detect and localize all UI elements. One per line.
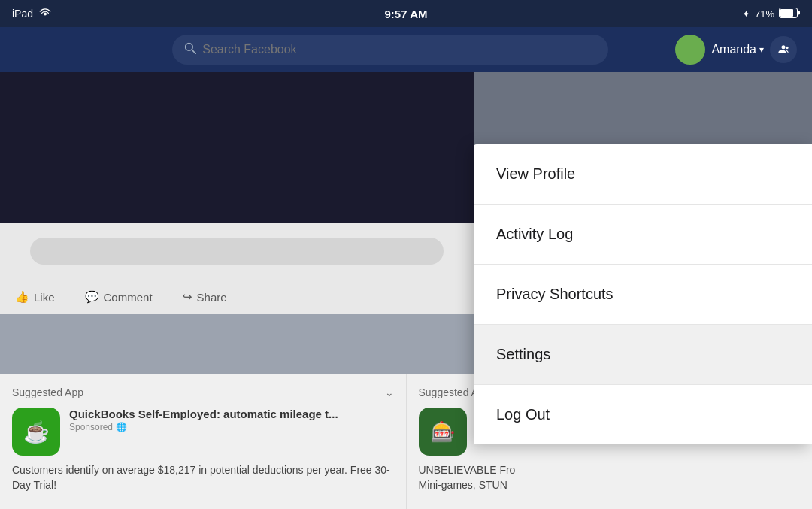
like-button[interactable]: 👍 Like [15,290,55,304]
comment-label: Comment [104,291,153,304]
wizard-desc: UNBELIEVABLE Fro Mini-games, STUN [419,463,801,492]
privacy-shortcuts-label: Privacy Shortcuts [496,286,614,303]
status-left: iPad [12,8,51,20]
quickbooks-sponsored: Sponsored 🌐 [69,422,394,432]
main-content: 👍 Like 💬 Comment ↪ Share Suggested App ⌄… [0,72,812,509]
comment-button[interactable]: 💬 Comment [85,290,153,304]
quickbooks-icon: ☕ [12,408,60,456]
collapse-icon-1[interactable]: ⌄ [385,386,394,398]
friends-icon[interactable] [770,36,797,63]
battery-icon [779,8,800,20]
nav-bar: Amanda ▾ [0,27,812,72]
suggested-header-1: Suggested App ⌄ [12,386,394,398]
quickbooks-title: QuickBooks Self-Employed: automatic mile… [69,408,394,420]
share-button[interactable]: ↪ Share [183,290,227,304]
post-actions: 👍 Like 💬 Comment ↪ Share [0,280,474,314]
chevron-down-icon: ▾ [759,44,764,55]
menu-item-view-profile[interactable]: View Profile [474,144,812,205]
avatar [675,35,705,65]
svg-line-3 [192,50,196,53]
suggested-label-1: Suggested App [12,386,83,398]
view-profile-label: View Profile [496,165,575,183]
settings-label: Settings [496,346,550,363]
comment-icon: 💬 [85,290,99,304]
like-label: Like [34,291,55,304]
menu-item-privacy-shortcuts[interactable]: Privacy Shortcuts [474,265,812,325]
svg-point-2 [186,44,193,51]
search-icon [184,42,196,57]
log-out-label: Log Out [496,406,550,423]
menu-item-activity-log[interactable]: Activity Log [474,205,812,265]
like-icon: 👍 [15,290,29,304]
status-bar: iPad 9:57 AM ✦ 71% [0,0,812,27]
app-row-1: ☕ QuickBooks Self-Employed: automatic mi… [12,408,394,456]
status-right: ✦ 71% [742,8,800,20]
search-box[interactable] [172,35,608,65]
share-icon: ↪ [183,290,192,304]
wizard-icon: 🎰 [419,408,467,456]
suggested-card-quickbooks: Suggested App ⌄ ☕ QuickBooks Self-Employ… [0,374,406,509]
battery-percentage: 71% [755,8,774,20]
share-label: Share [197,291,227,304]
time-display: 9:57 AM [385,8,428,20]
menu-item-log-out[interactable]: Log Out [474,385,812,444]
username-label: Amanda [711,43,756,56]
quickbooks-info: QuickBooks Self-Employed: automatic mile… [69,408,394,437]
bluetooth-icon: ✦ [742,8,750,20]
comment-area [0,223,474,280]
wifi-icon [39,8,51,20]
nav-right: Amanda ▾ [675,35,797,65]
svg-rect-1 [780,9,793,17]
globe-icon: 🌐 [116,422,127,432]
user-menu-button[interactable]: Amanda ▾ [711,43,764,56]
menu-item-settings[interactable]: Settings [474,325,812,385]
search-input[interactable] [202,43,596,56]
comment-input[interactable] [30,238,444,265]
device-label: iPad [12,8,33,20]
post-image [0,72,474,223]
quickbooks-desc: Customers identify on average $18,217 in… [12,463,394,492]
dropdown-menu: View Profile Activity Log Privacy Shortc… [474,144,812,444]
activity-log-label: Activity Log [496,226,573,243]
